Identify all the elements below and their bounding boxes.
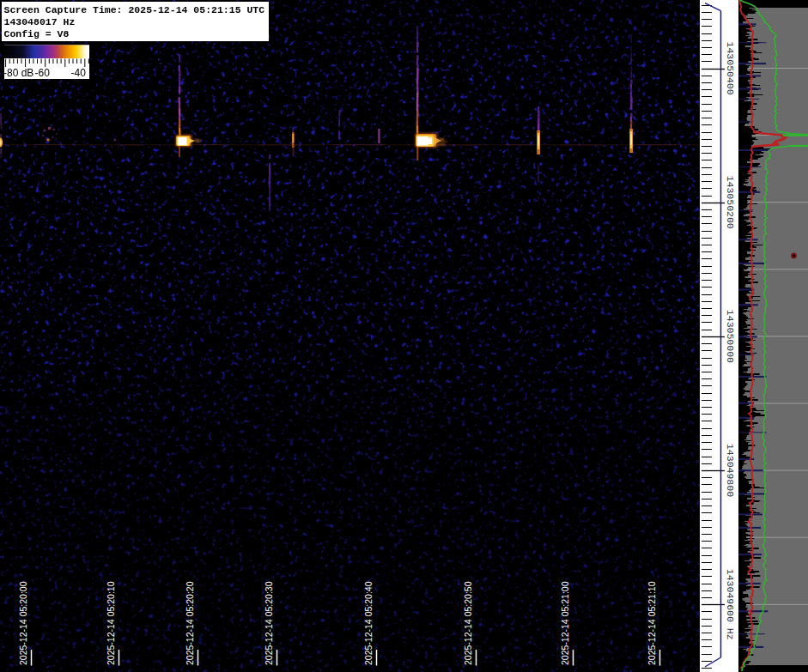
svg-text:Config = V8: Config = V8 [4, 28, 70, 39]
svg-text:-40: -40 [71, 67, 87, 79]
svg-text:143050000: 143050000 [725, 310, 736, 363]
svg-text:-60: -60 [35, 67, 51, 79]
svg-text:2025-12-14 05:20:00: 2025-12-14 05:20:00 [18, 581, 28, 665]
svg-text:143050400: 143050400 [725, 42, 736, 95]
svg-text:143048017 Hz: 143048017 Hz [4, 16, 76, 27]
svg-text:Screen Capture Time: 2025-12-1: Screen Capture Time: 2025-12-14 05:21:15… [4, 4, 265, 15]
svg-text:2025-12-14 05:20:30: 2025-12-14 05:20:30 [264, 581, 274, 665]
svg-text:2025-12-14 05:20:20: 2025-12-14 05:20:20 [185, 581, 195, 665]
svg-text:2025-12-14 05:20:40: 2025-12-14 05:20:40 [363, 581, 374, 665]
svg-text:-80 dB: -80 dB [3, 67, 33, 79]
svg-text:2025-12-14 05:20:10: 2025-12-14 05:20:10 [106, 581, 116, 665]
svg-text:2025-12-14 05:21:10: 2025-12-14 05:21:10 [647, 581, 657, 665]
svg-text:2025-12-14 05:20:50: 2025-12-14 05:20:50 [463, 581, 473, 665]
svg-text:143050200: 143050200 [725, 176, 736, 229]
svg-text:143049800: 143049800 [725, 444, 736, 497]
svg-text:143049600 Hz: 143049600 Hz [725, 569, 736, 640]
svg-text:2025-12-14 05:21:00: 2025-12-14 05:21:00 [560, 581, 570, 665]
